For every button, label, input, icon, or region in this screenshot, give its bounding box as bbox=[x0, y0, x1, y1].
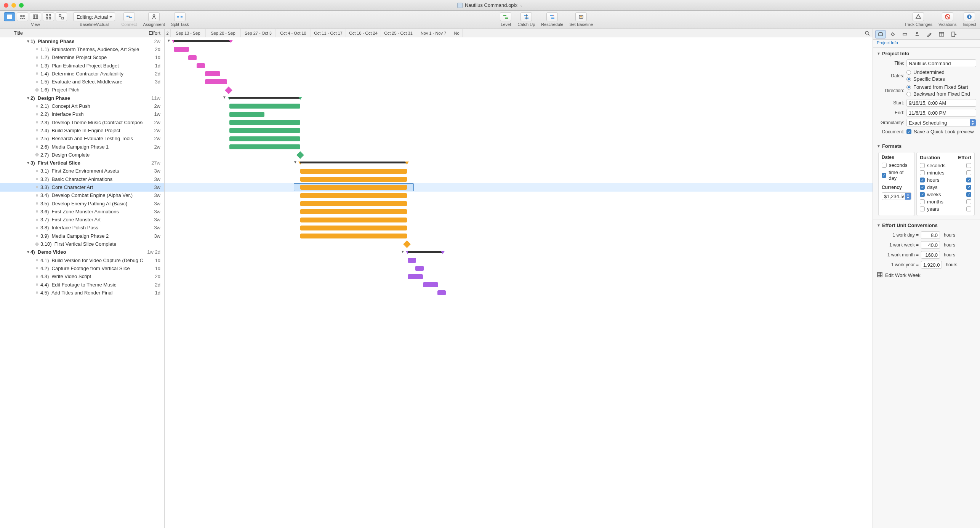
timeline-col[interactable]: Nov 1 - Nov 7 bbox=[416, 29, 451, 37]
chk-dur-sec[interactable] bbox=[920, 163, 925, 168]
task-bar[interactable] bbox=[300, 177, 407, 182]
gantt-row[interactable] bbox=[165, 135, 873, 143]
gantt-row[interactable] bbox=[165, 118, 873, 126]
task-row[interactable]: 3.4) Develop Combat Engine (Alpha Ver.)3… bbox=[0, 192, 164, 200]
assignment-button[interactable] bbox=[148, 12, 160, 21]
task-bar[interactable] bbox=[229, 104, 300, 109]
quicklook-checkbox[interactable] bbox=[906, 129, 911, 134]
task-bar[interactable] bbox=[300, 209, 407, 214]
chk-eff-mo[interactable] bbox=[966, 199, 971, 204]
task-row[interactable]: 4.3) Write Video Script2d bbox=[0, 273, 164, 281]
zoom-window[interactable] bbox=[19, 3, 24, 8]
gantt-row[interactable] bbox=[165, 78, 873, 86]
gantt-row[interactable] bbox=[165, 289, 873, 297]
view-outline-button[interactable] bbox=[4, 12, 15, 21]
gantt-pane[interactable]: 2Sep 13 - SepSep 20 - SepSep 27 - Oct 3O… bbox=[165, 29, 873, 528]
search-icon[interactable] bbox=[864, 30, 870, 37]
task-bar[interactable] bbox=[188, 55, 197, 60]
gantt-row[interactable] bbox=[165, 281, 873, 289]
timeline-col[interactable]: Sep 13 - Sep bbox=[171, 29, 206, 37]
task-outline[interactable]: ▼1) Planning Phase2w1.1) Brainstorm Them… bbox=[0, 37, 164, 528]
milestone[interactable] bbox=[296, 151, 304, 159]
currency-select[interactable]: $1,234.56 bbox=[882, 192, 911, 200]
sec-conversions[interactable]: ▼Effort Unit Conversions bbox=[877, 222, 976, 228]
track-changes-button[interactable] bbox=[913, 12, 924, 21]
task-row[interactable]: 4.4) Edit Footage to Theme Music2d bbox=[0, 281, 164, 289]
inspector-tab-project[interactable] bbox=[875, 30, 886, 38]
gantt-row[interactable] bbox=[165, 232, 873, 240]
baseline-actual-select[interactable]: Editing: Actual bbox=[73, 12, 115, 21]
chk-dur-yr[interactable] bbox=[920, 206, 925, 211]
end-date-input[interactable]: 11/6/15, 8:00 PM bbox=[906, 109, 976, 117]
timeline-col[interactable]: Oct 25 - Oct 31 bbox=[381, 29, 416, 37]
gantt-row[interactable] bbox=[165, 175, 873, 183]
gantt-row[interactable] bbox=[165, 183, 873, 191]
timeline-col[interactable]: No bbox=[451, 29, 463, 37]
view-calendar-button[interactable] bbox=[30, 12, 41, 21]
radio-backward[interactable] bbox=[906, 92, 911, 96]
gantt-row[interactable] bbox=[165, 192, 873, 200]
task-bar[interactable] bbox=[408, 274, 423, 279]
gantt-row[interactable]: ▼ bbox=[165, 37, 873, 45]
chk-dates-tod[interactable] bbox=[882, 173, 886, 178]
task-row[interactable]: 4.5) Add Titles and Render Final1d bbox=[0, 289, 164, 297]
task-row[interactable]: 1.6) Project Pitch bbox=[0, 86, 164, 94]
minimize-window[interactable] bbox=[11, 3, 16, 8]
catch-up-button[interactable] bbox=[520, 12, 532, 21]
task-row[interactable]: ▼1) Planning Phase2w bbox=[0, 37, 164, 45]
sec-project-info[interactable]: ▼Project Info bbox=[877, 51, 976, 56]
view-resources-button[interactable] bbox=[17, 12, 28, 21]
violations-button[interactable] bbox=[942, 12, 953, 21]
chk-eff-day[interactable] bbox=[966, 185, 971, 190]
task-row[interactable]: 2.1) Concept Art Push2w bbox=[0, 102, 164, 110]
task-row[interactable]: 3.10) First Vertical Slice Complete bbox=[0, 240, 164, 248]
inspector-tab-export[interactable] bbox=[948, 30, 959, 38]
timeline-col[interactable]: Oct 11 - Oct 17 bbox=[311, 29, 346, 37]
conv-week-input[interactable]: 40.0 bbox=[921, 241, 940, 249]
inspect-button[interactable]: i bbox=[964, 12, 975, 21]
chk-eff-sec[interactable] bbox=[966, 163, 971, 168]
task-bar[interactable] bbox=[205, 71, 220, 76]
conv-year-input[interactable]: 1,920.0 bbox=[921, 261, 942, 269]
task-bar[interactable] bbox=[174, 47, 189, 52]
task-row[interactable]: 2.5) Research and Evaluate Testing Tools… bbox=[0, 135, 164, 143]
gantt-row[interactable] bbox=[165, 70, 873, 78]
timeline-col[interactable]: Oct 4 - Oct 10 bbox=[276, 29, 311, 37]
radio-undetermined[interactable] bbox=[906, 70, 911, 75]
task-bar[interactable] bbox=[229, 136, 300, 141]
task-row[interactable]: 1.3) Plan Estimated Project Budget1d bbox=[0, 62, 164, 70]
gantt-row[interactable]: ▼ bbox=[165, 94, 873, 102]
task-row[interactable]: 4.2) Capture Footage from Vertical Slice… bbox=[0, 264, 164, 272]
task-row[interactable]: 3.9) Media Campaign Phase 23w bbox=[0, 232, 164, 240]
document-title[interactable]: Nautilus Command.oplx ⌄ bbox=[0, 2, 980, 8]
project-title-input[interactable]: Nautilus Command bbox=[906, 59, 976, 67]
gantt-row[interactable] bbox=[165, 224, 873, 232]
task-row[interactable]: 1.1) Brainstorm Themes, Audience, Art St… bbox=[0, 45, 164, 53]
chk-dur-hr[interactable] bbox=[920, 178, 925, 182]
chk-eff-yr[interactable] bbox=[966, 206, 971, 211]
gantt-row[interactable]: ▼ bbox=[165, 159, 873, 167]
gantt-row[interactable] bbox=[165, 208, 873, 216]
level-button[interactable] bbox=[500, 12, 511, 21]
task-bar[interactable] bbox=[300, 185, 407, 190]
summary-bar[interactable] bbox=[174, 40, 231, 43]
chk-dur-day[interactable] bbox=[920, 185, 925, 190]
task-bar[interactable] bbox=[300, 169, 407, 174]
gantt-row[interactable] bbox=[165, 54, 873, 62]
gantt-row[interactable] bbox=[165, 126, 873, 134]
milestone[interactable] bbox=[403, 241, 411, 248]
gantt-row[interactable] bbox=[165, 256, 873, 264]
task-bar[interactable] bbox=[229, 112, 264, 117]
timeline-col[interactable]: Oct 18 - Oct 24 bbox=[346, 29, 381, 37]
chk-eff-wk[interactable] bbox=[966, 192, 971, 197]
col-title[interactable]: Title bbox=[14, 30, 143, 36]
task-bar[interactable] bbox=[300, 234, 407, 238]
start-date-input[interactable]: 9/16/15, 8:00 AM bbox=[906, 99, 976, 107]
task-bar[interactable] bbox=[437, 290, 446, 295]
task-bar[interactable] bbox=[300, 226, 407, 230]
gantt-body[interactable]: ▼▼▼▼ bbox=[165, 37, 873, 528]
chk-dur-min[interactable] bbox=[920, 170, 925, 175]
summary-bar[interactable] bbox=[229, 97, 300, 100]
task-row[interactable]: ▼3) First Vertical Slice27w bbox=[0, 159, 164, 167]
edit-work-week[interactable]: Edit Work Week bbox=[885, 272, 921, 278]
